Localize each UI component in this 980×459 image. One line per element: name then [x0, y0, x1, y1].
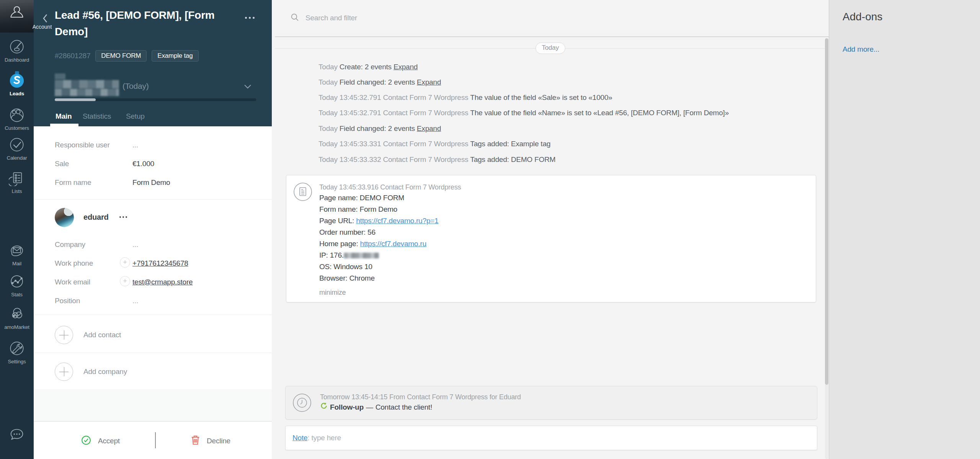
- home-page-link[interactable]: https://cf7.devamo.ru: [360, 240, 426, 248]
- scrollbar-thumb[interactable]: [825, 38, 828, 385]
- chevron-down-icon[interactable]: [244, 83, 252, 90]
- pipeline-date-suffix: (Today): [122, 82, 149, 91]
- sidebar-item-lists[interactable]: Lists: [0, 170, 34, 194]
- dots-menu-icon[interactable]: [245, 17, 255, 19]
- lead-body: Responsible user ... Sale €1.000 Form na…: [34, 126, 272, 459]
- note-type-selector[interactable]: Note: [292, 434, 307, 442]
- sidebar-item-settings[interactable]: Settings: [0, 340, 34, 364]
- add-company-button[interactable]: Add company: [83, 368, 127, 376]
- field-value-work-phone[interactable]: +7917612345678: [132, 259, 188, 268]
- feed-panel: Search and filter Today TodayCreate: 2 e…: [272, 0, 829, 459]
- event-text: The value of the field «Name» is set to …: [470, 109, 728, 117]
- accept-check-icon: [81, 435, 91, 447]
- plus-icon[interactable]: +: [120, 276, 130, 286]
- sidebar-item-customers[interactable]: Customers: [0, 107, 34, 131]
- event-prefix: Today: [318, 78, 338, 86]
- event-prefix: Today 13:45:32.791 Contact Form 7 Wordpr…: [318, 93, 468, 101]
- decline-button[interactable]: Decline: [207, 437, 230, 445]
- event-text: Tags added: DEMO FORM: [470, 155, 555, 163]
- field-value-position[interactable]: ...: [132, 297, 138, 305]
- tab-main[interactable]: Main: [56, 112, 72, 121]
- feed-event: TodayField changed: 2 eventsExpand: [318, 124, 441, 133]
- sidebar-item-account[interactable]: Account: [0, 0, 34, 33]
- pipeline-progress-bar[interactable]: [55, 98, 256, 101]
- lead-title: Lead #56, [DEMO FORM], [Form Demo]: [55, 7, 225, 40]
- tab-setup[interactable]: Setup: [126, 112, 145, 121]
- search-input[interactable]: Search and filter: [305, 14, 357, 22]
- field-label: Responsible user: [55, 141, 110, 149]
- sidebar-item-label: Settings: [0, 359, 34, 364]
- event-expand-link[interactable]: Expand: [417, 124, 441, 132]
- sidebar: Account Dashboard Leads Customers Calend…: [0, 0, 34, 459]
- reload-icon: [320, 402, 328, 413]
- note-input-separator: :: [307, 434, 311, 442]
- circles-icon: [9, 317, 25, 323]
- sidebar-item-label: Calendar: [0, 155, 34, 161]
- event-expand-link[interactable]: Expand: [394, 63, 418, 71]
- plus-circle-icon[interactable]: [55, 363, 73, 381]
- plus-icon[interactable]: +: [120, 257, 130, 268]
- lead-tag[interactable]: Example tag: [152, 50, 198, 62]
- addons-title: Add-ons: [843, 11, 882, 23]
- person-icon: [8, 15, 25, 22]
- sidebar-item-amomarket[interactable]: amoMarket: [0, 306, 34, 330]
- minimize-link[interactable]: minimize: [319, 289, 346, 297]
- pipeline-name-redacted[interactable]: [55, 74, 119, 96]
- trash-icon: [191, 435, 200, 447]
- field-value-sale[interactable]: €1.000: [132, 160, 154, 168]
- add-more-link[interactable]: Add more...: [843, 45, 879, 54]
- sidebar-item-mail[interactable]: Mail: [0, 242, 34, 266]
- list-icon: [9, 181, 25, 187]
- page-url-link[interactable]: https://cf7.devamo.ru?p=1: [356, 217, 438, 225]
- task-card[interactable]: Tomorrow 13:45-14:15 From Contact Form 7…: [285, 386, 817, 420]
- note-header: Today 13:45:33.916 Contact Form 7 Wordpr…: [319, 182, 808, 192]
- pipeline-progress-fill: [55, 98, 96, 101]
- sidebar-account-label: Account: [25, 24, 59, 30]
- field-value-responsible-user[interactable]: ...: [132, 141, 138, 149]
- task-dash: —: [366, 402, 373, 413]
- event-text: Tags added: Example tag: [470, 140, 550, 148]
- sidebar-item-label: Stats: [0, 292, 34, 297]
- note-line: IP: 176.: [319, 250, 808, 261]
- lead-tag[interactable]: DEMO FORM: [95, 50, 147, 62]
- field-value-company[interactable]: ...: [132, 240, 138, 249]
- support-chat-button[interactable]: [0, 426, 34, 445]
- sidebar-item-label: Customers: [0, 125, 34, 131]
- search-icon: [290, 13, 300, 24]
- divider: [34, 353, 272, 353]
- event-prefix: Today 13:45:33.331 Contact Form 7 Wordpr…: [318, 140, 468, 148]
- event-expand-link[interactable]: Expand: [417, 78, 441, 86]
- dots-menu-icon[interactable]: [119, 216, 127, 218]
- sidebar-item-leads[interactable]: Leads: [0, 71, 34, 96]
- feed-event: TodayCreate: 2 eventsExpand: [318, 63, 418, 71]
- contact-name[interactable]: eduard: [83, 213, 108, 222]
- divider: [34, 315, 272, 315]
- note-line: OS: Windows 10: [319, 261, 808, 273]
- sidebar-item-calendar[interactable]: Calendar: [0, 137, 34, 161]
- ip-redacted-blur: [344, 253, 379, 258]
- sidebar-item-stats[interactable]: Stats: [0, 273, 34, 297]
- sidebar-item-dashboard[interactable]: Dashboard: [0, 39, 34, 63]
- sidebar-item-label: Lists: [0, 188, 34, 194]
- accept-button[interactable]: Accept: [98, 437, 120, 445]
- sidebar-item-label: Leads: [0, 91, 34, 96]
- contact-avatar[interactable]: [55, 208, 74, 227]
- lead-panel: Lead #56, [DEMO FORM], [Form Demo] #2860…: [34, 0, 272, 459]
- tab-statistics[interactable]: Statistics: [83, 112, 111, 121]
- add-contact-button[interactable]: Add contact: [83, 331, 121, 339]
- note-card: Today 13:45:33.916 Contact Form 7 Wordpr…: [286, 175, 816, 302]
- event-text: Field changed: 2 events: [340, 124, 415, 132]
- search-bar[interactable]: Search and filter: [275, 0, 829, 37]
- divider: [34, 199, 272, 199]
- feed-event: TodayField changed: 2 eventsExpand: [318, 78, 441, 87]
- plus-circle-icon[interactable]: [55, 326, 73, 344]
- lead-footer: Accept Decline: [34, 421, 272, 459]
- task-header: Tomorrow 13:45-14:15 From Contact Form 7…: [320, 392, 521, 402]
- note-input[interactable]: Note: type here: [285, 426, 817, 450]
- field-value-work-email[interactable]: test@crmapp.store: [132, 278, 193, 286]
- field-label: Sale: [55, 160, 69, 168]
- clock-icon: [292, 393, 312, 414]
- active-tab-underline: [50, 124, 78, 126]
- field-value-form-name[interactable]: Form Demo: [132, 178, 170, 187]
- note-line: Form name: Form Demo: [319, 204, 808, 215]
